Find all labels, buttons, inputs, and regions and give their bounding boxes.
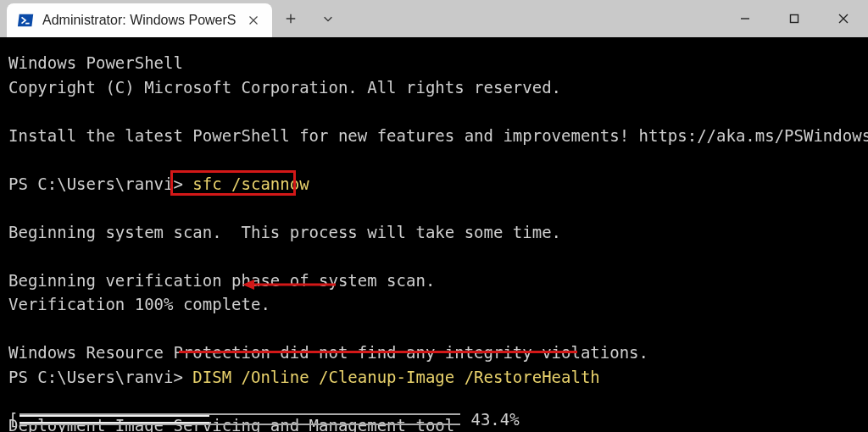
- close-tab-button[interactable]: [243, 10, 264, 30]
- tab-title: Administrator: Windows PowerS: [42, 13, 236, 28]
- terminal-body[interactable]: Windows PowerShell Copyright (C) Microso…: [0, 37, 868, 432]
- tab-dropdown-button[interactable]: [309, 0, 347, 37]
- new-tab-button[interactable]: [272, 0, 309, 37]
- titlebar-drag-area[interactable]: [347, 0, 721, 37]
- svg-rect-0: [791, 15, 798, 23]
- sfc-command: sfc /scannow: [192, 174, 309, 193]
- dism-command: DISM /Online /Cleanup-Image /RestoreHeal…: [192, 368, 599, 386]
- terminal-output: Windows PowerShell Copyright (C) Microso…: [8, 51, 860, 432]
- powershell-icon: [17, 11, 36, 30]
- window-titlebar: Administrator: Windows PowerS: [0, 0, 868, 37]
- close-window-button[interactable]: [819, 0, 868, 37]
- minimize-button[interactable]: [721, 0, 770, 37]
- progress-percent: 43.4%: [470, 410, 519, 429]
- maximize-button[interactable]: [770, 0, 819, 37]
- dism-progress: [ 43.4%: [8, 410, 520, 429]
- tab-powershell[interactable]: Administrator: Windows PowerS: [7, 3, 272, 37]
